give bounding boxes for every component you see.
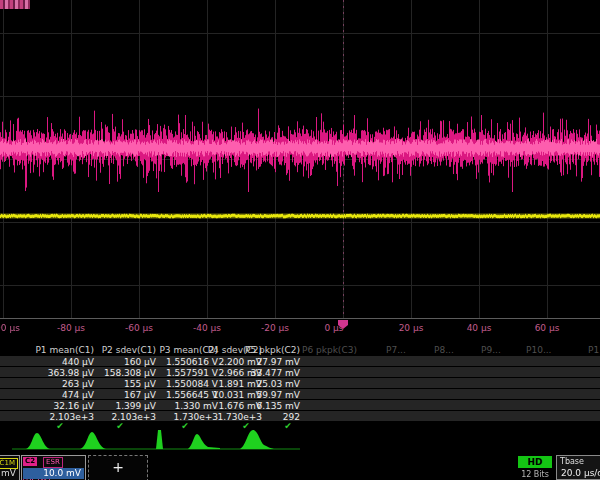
time-tick-label: 40 µs [467, 323, 492, 333]
time-tick-label: -80 µs [57, 323, 85, 333]
measurement-value: 33.477 mV [208, 368, 300, 378]
c2-label: C2 [23, 457, 37, 466]
histicon-p3[interactable] [156, 430, 163, 449]
time-tick-label: -100 µs [0, 323, 20, 333]
channel-c1-descriptor[interactable]: DC1M 10.0 mV [0, 455, 20, 480]
channel-c2-descriptor[interactable]: C2 ESR DC1M 10.0 mV [21, 455, 86, 480]
timebase-descriptor[interactable]: Tbase 20.0 µs/div [556, 455, 600, 480]
time-tick-label: 20 µs [399, 323, 424, 333]
measurement-value: 25.03 mV [208, 379, 300, 389]
hd-mode-badge[interactable]: HD [518, 456, 552, 468]
waveform-display[interactable] [0, 0, 600, 318]
clipped-top-left-label [0, 0, 30, 9]
measure-header-p10[interactable]: P10... [526, 345, 596, 355]
oscilloscope-screen: -100 µs -80 µs -60 µs -40 µs -20 µs 0 µs… [0, 0, 600, 480]
measure-header-p11[interactable]: P11... [588, 345, 600, 355]
measure-header-p6[interactable]: P6 pkpk(C3) [302, 345, 372, 355]
tbase-value: 20.0 µs/div [561, 468, 600, 478]
time-tick-label: -20 µs [261, 323, 289, 333]
add-trace-button[interactable]: + [88, 455, 148, 480]
c1-scale-value: 10.0 mV [0, 468, 16, 478]
measure-header-p5[interactable]: P5 pkpk(C2) [208, 345, 300, 355]
histicon-p5[interactable] [240, 430, 274, 449]
time-tick-label: 60 µs [535, 323, 560, 333]
plus-icon: + [89, 460, 147, 474]
time-axis: -100 µs -80 µs -60 µs -40 µs -20 µs 0 µs… [0, 318, 600, 337]
c2-scale-value: 10.0 mV [23, 468, 84, 479]
tbase-label: Tbase [560, 457, 584, 466]
histicon-strip [0, 428, 600, 454]
measurement-value: 6.135 mV [208, 401, 300, 411]
time-tick-label: -40 µs [193, 323, 221, 333]
hd-bits-label: 12 Bits [514, 470, 556, 479]
measurement-value: 27.97 mV [208, 357, 300, 367]
measurement-value: 59.97 mV [208, 390, 300, 400]
histicon-p4[interactable] [188, 434, 220, 449]
c2-esr-badge: ESR [43, 457, 63, 468]
time-tick-label: -60 µs [125, 323, 153, 333]
histicon-p1[interactable] [26, 433, 50, 449]
histicon-p2[interactable] [80, 432, 106, 449]
